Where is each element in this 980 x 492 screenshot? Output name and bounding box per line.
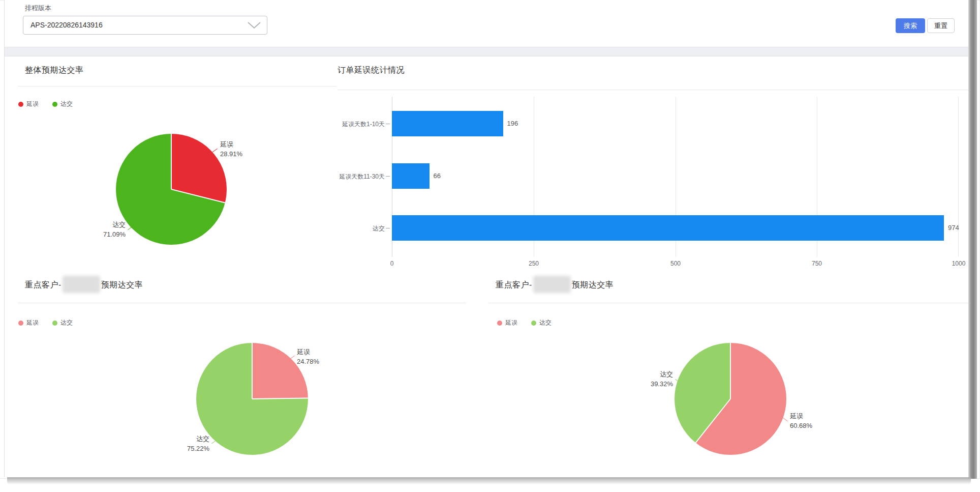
- select-value: APS-20220826143916: [30, 16, 103, 34]
- divider: [488, 303, 972, 303]
- bar-delivered[interactable]: [392, 215, 944, 241]
- legend-dot-deliver: [52, 321, 57, 326]
- category-label: 延误天数1-10天: [310, 120, 385, 129]
- slice-label-deliver: 达交 75.22%: [169, 434, 209, 453]
- search-button[interactable]: 搜索: [896, 18, 925, 33]
- legend-item-delay[interactable]: 延误: [18, 319, 39, 327]
- bar-row: 196: [392, 111, 959, 136]
- divider: [338, 90, 972, 90]
- bar-value: 974: [948, 215, 959, 241]
- dashboard-page: 排程版本 APS-20220826143916 搜索 重置 整体预期达交率 延误…: [4, 0, 968, 477]
- x-tick-label: 750: [802, 260, 832, 267]
- bar-delay-11-30[interactable]: [392, 163, 430, 189]
- bar-value: 66: [434, 163, 441, 189]
- redacted-customer-name: [63, 276, 100, 293]
- pie-chart-customer-2[interactable]: [675, 343, 786, 455]
- legend-label: 延误: [26, 100, 39, 108]
- redacted-customer-name: [533, 276, 571, 293]
- legend-item-deliver[interactable]: 达交: [52, 100, 73, 108]
- bar-delay-1-10[interactable]: [392, 111, 503, 136]
- chart-title: 重点客户-预期达交率: [25, 276, 143, 293]
- chart-title: 订单延误统计情况: [338, 65, 405, 76]
- legend-item-deliver[interactable]: 达交: [531, 319, 552, 327]
- legend-dot-deliver: [531, 321, 536, 326]
- legend-dot-delay: [497, 321, 502, 326]
- slice-label-deliver: 达交 71.09%: [85, 220, 126, 239]
- schedule-version-label: 排程版本: [25, 4, 51, 13]
- legend: 延误 达交: [18, 319, 86, 327]
- legend-label: 达交: [539, 319, 552, 327]
- window-bottom-shadow: [7, 477, 971, 485]
- legend-item-deliver[interactable]: 达交: [52, 319, 73, 327]
- legend-item-delay[interactable]: 延误: [497, 319, 517, 327]
- x-tick-label: 500: [660, 260, 691, 267]
- divider: [18, 86, 336, 86]
- slice-label-delay: 延误 24.78%: [297, 347, 319, 366]
- legend-label: 达交: [60, 319, 73, 327]
- pie-chart-customer-1[interactable]: [196, 343, 308, 455]
- pie-chart-overall[interactable]: [116, 134, 227, 245]
- legend-item-delay[interactable]: 延误: [18, 100, 39, 108]
- bar-chart: 196 66 974: [392, 97, 959, 257]
- category-label: 达交: [310, 224, 385, 233]
- bar-row: 66: [392, 163, 959, 189]
- slice-label-delay: 延误 28.91%: [220, 139, 242, 159]
- section-divider-band: [5, 47, 969, 56]
- schedule-version-select[interactable]: APS-20220826143916: [23, 16, 267, 35]
- category-label: 延误天数11-30天: [310, 172, 385, 181]
- bar-row: 974: [392, 215, 959, 241]
- legend: 延误 达交: [497, 319, 565, 327]
- window-right-edge: [968, 0, 977, 479]
- slice-label-deliver: 达交 39.32%: [632, 369, 673, 389]
- legend-label: 达交: [60, 100, 73, 108]
- slice-label-delay: 延误 60.68%: [790, 411, 812, 430]
- legend-dot-delay: [18, 321, 23, 326]
- axis-tick: [386, 176, 390, 177]
- chevron-down-icon: [248, 22, 261, 29]
- divider: [18, 303, 466, 303]
- legend-dot-deliver: [52, 102, 57, 107]
- dashboard-window: 排程版本 APS-20220826143916 搜索 重置 整体预期达交率 延误…: [0, 0, 980, 492]
- legend: 延误 达交: [18, 100, 86, 108]
- legend-label: 延误: [505, 319, 517, 327]
- x-tick-label: 0: [377, 260, 407, 267]
- axis-tick: [386, 124, 390, 124]
- bar-value: 196: [507, 111, 518, 136]
- reset-button[interactable]: 重置: [927, 18, 955, 33]
- axis-tick: [386, 228, 390, 228]
- legend-dot-delay: [18, 102, 23, 107]
- x-tick-label: 250: [518, 260, 549, 267]
- chart-title: 重点客户-预期达交率: [496, 276, 614, 293]
- chart-title: 整体预期达交率: [25, 65, 84, 76]
- legend-label: 延误: [26, 319, 39, 327]
